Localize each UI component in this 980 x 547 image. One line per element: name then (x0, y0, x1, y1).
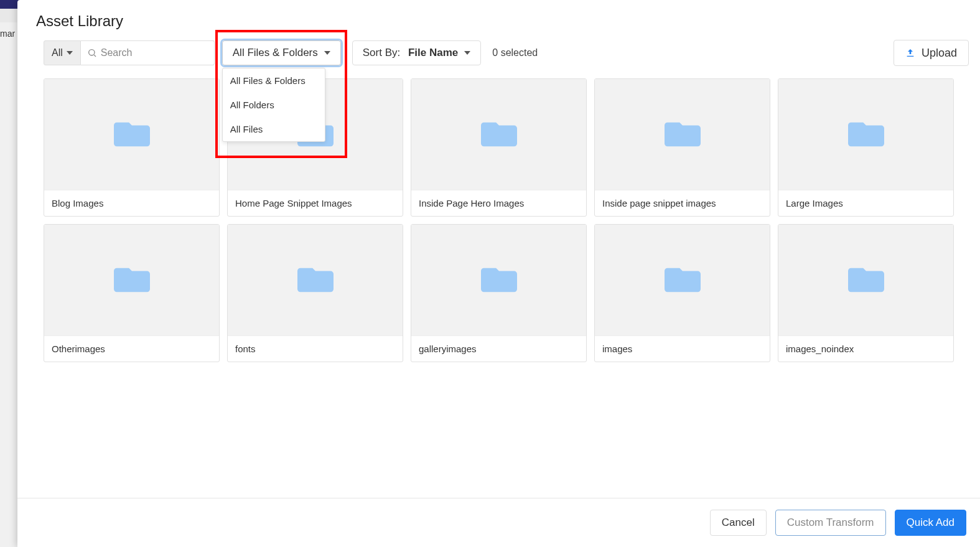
folder-thumbnail (778, 79, 953, 190)
cancel-button[interactable]: Cancel (710, 510, 767, 536)
sort-prefix: Sort By: (363, 47, 400, 59)
filter-wrap: All Files & Folders All Files & Folders … (222, 40, 341, 65)
svg-point-2 (88, 50, 94, 55)
quick-add-button[interactable]: Quick Add (895, 510, 967, 536)
folder-icon (114, 264, 150, 296)
chevron-down-icon (464, 51, 470, 55)
modal-footer: Cancel Custom Transform Quick Add (17, 498, 980, 547)
upload-icon (905, 48, 915, 58)
filter-dropdown-menu: All Files & Folders All Folders All File… (222, 68, 325, 142)
folder-icon (481, 119, 517, 150)
folder-thumbnail (411, 79, 586, 190)
folder-icon (297, 264, 334, 296)
folder-thumbnail (44, 79, 219, 190)
svg-line-3 (94, 55, 96, 57)
folder-thumbnail (44, 225, 219, 335)
folder-card[interactable]: Inside Page Hero Images (411, 78, 587, 217)
folder-name: Home Page Snippet Images (228, 190, 403, 216)
sort-value: File Name (408, 47, 458, 59)
search-icon (87, 48, 97, 58)
folder-card[interactable]: images_noindex (778, 224, 954, 362)
folder-thumbnail (778, 225, 953, 335)
scope-all-dropdown[interactable]: All (44, 40, 81, 65)
folder-name: Inside Page Hero Images (411, 190, 586, 216)
folder-name: images (595, 335, 770, 362)
filter-dropdown-button[interactable]: All Files & Folders (222, 40, 341, 65)
filter-option-all-files[interactable]: All Files (223, 117, 325, 141)
toolbar: All All Files & Folders All Files & Fold… (17, 40, 980, 78)
folder-name: galleryimages (411, 335, 586, 362)
folder-card[interactable]: Large Images (778, 78, 954, 217)
filter-option-all-folders[interactable]: All Folders (223, 93, 325, 117)
bg-side-fragment: mar (0, 29, 15, 39)
upload-button[interactable]: Upload (894, 40, 969, 66)
folder-icon (848, 264, 884, 296)
folder-thumbnail (595, 225, 770, 335)
folder-grid: Blog Images Home Page Snippet Images Ins… (44, 78, 954, 362)
filter-option-all-files-folders[interactable]: All Files & Folders (223, 68, 325, 93)
chevron-down-icon (324, 51, 330, 55)
folder-card[interactable]: galleryimages (411, 224, 587, 362)
search-input[interactable] (101, 47, 208, 58)
folder-thumbnail (228, 225, 403, 335)
upload-label: Upload (922, 47, 957, 60)
folder-name: Large Images (778, 190, 953, 216)
selection-count: 0 selected (492, 47, 538, 58)
folder-card[interactable]: Otherimages (44, 224, 220, 362)
sort-dropdown-button[interactable]: Sort By: File Name (352, 40, 482, 65)
folder-icon (848, 119, 884, 150)
folder-name: Inside page snippet images (595, 190, 770, 216)
folder-card[interactable]: Inside page snippet images (594, 78, 770, 217)
folder-icon (481, 264, 517, 296)
folder-name: fonts (228, 335, 403, 362)
filter-selected-label: All Files & Folders (233, 47, 318, 59)
asset-library-modal: Asset Library All All Files & Folders Al… (17, 0, 980, 547)
modal-title: Asset Library (17, 0, 980, 40)
folder-icon (665, 119, 701, 150)
scope-label: All (52, 47, 63, 58)
folder-icon (665, 264, 701, 296)
chevron-down-icon (67, 51, 73, 55)
custom-transform-button[interactable]: Custom Transform (775, 510, 886, 536)
folder-name: images_noindex (778, 335, 953, 362)
folder-grid-area: Blog Images Home Page Snippet Images Ins… (17, 78, 980, 498)
folder-card[interactable]: Blog Images (44, 78, 220, 217)
folder-thumbnail (595, 79, 770, 190)
folder-icon (114, 119, 150, 150)
folder-name: Otherimages (44, 335, 219, 362)
folder-card[interactable]: images (594, 224, 770, 362)
folder-thumbnail (411, 225, 586, 335)
search-field[interactable] (81, 40, 215, 65)
folder-name: Blog Images (44, 190, 219, 216)
folder-card[interactable]: fonts (227, 224, 403, 362)
